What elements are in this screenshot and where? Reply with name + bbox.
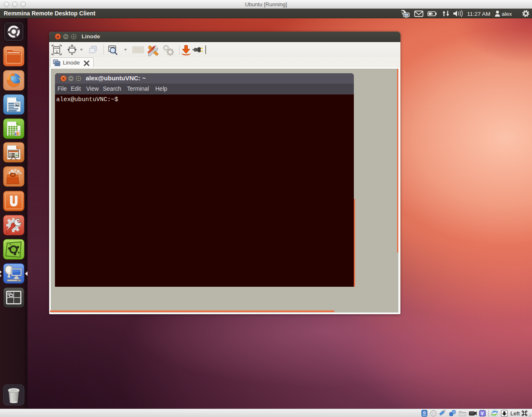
svg-text:Left: Left [510, 410, 520, 417]
svg-text:11:27 AM: 11:27 AM [467, 11, 490, 17]
svg-text:1: 1 [56, 50, 58, 54]
svg-text:alex: alex [502, 11, 512, 17]
